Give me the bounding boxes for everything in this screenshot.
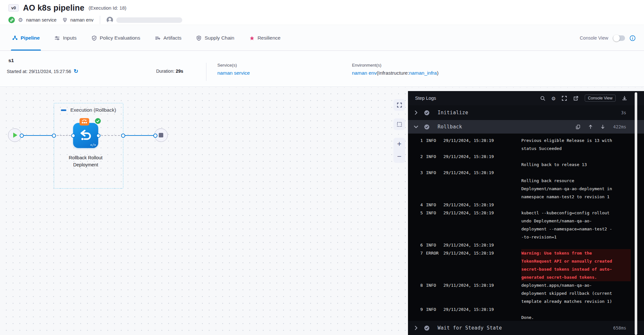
log-section-rollback[interactable]: Rollback 422ms <box>408 120 644 134</box>
duration-value: 29s <box>176 69 183 74</box>
log-level: INFO <box>426 305 441 313</box>
log-section-initialize[interactable]: Initialize 3s <box>408 105 644 120</box>
log-timestamp: 29/11/2024, 15:28:19 <box>443 136 519 144</box>
log-level: INFO <box>426 201 441 209</box>
header-divider <box>100 16 100 24</box>
log-message: Previous eligible Release is 13 with sta… <box>521 136 631 153</box>
zoom-in-button[interactable]: + <box>393 138 405 150</box>
download-logs-icon[interactable] <box>622 96 627 101</box>
scroll-top-icon[interactable] <box>589 125 592 129</box>
log-fullscreen-icon[interactable] <box>562 96 567 101</box>
step-node-rollback-rollout-deployment[interactable]: </> <box>73 123 98 148</box>
tab-pipeline[interactable]: Pipeline <box>12 25 40 51</box>
tab-artifacts-label: Artifacts <box>163 35 181 41</box>
chevron-right-icon[interactable] <box>411 326 421 330</box>
selection-mode-button[interactable] <box>393 118 405 130</box>
environments-label: Environment(s) <box>352 63 439 68</box>
log-timestamp: 29/11/2024, 15:28:19 <box>443 153 519 161</box>
log-timestamp: 29/11/2024, 15:28:19 <box>443 281 519 289</box>
stage-group-title: Execution (Rollback) <box>70 107 116 113</box>
duration: Duration: 29s <box>156 69 183 74</box>
success-check-icon <box>421 325 432 331</box>
log-line: 9INFO29/11/2024, 15:28:19 Done. <box>418 305 644 321</box>
resilience-icon <box>249 35 255 41</box>
log-line-number: 3 <box>418 169 423 177</box>
stagebar-divider <box>206 63 206 81</box>
log-message: deployment.apps/naman-qa-ao- deployment … <box>521 281 631 305</box>
log-line: 8INFO29/11/2024, 15:28:19deployment.apps… <box>418 281 644 305</box>
section-name: Initialize <box>438 110 468 116</box>
log-panel-header: Step Logs ⚙ Console View <box>408 91 644 105</box>
tab-supply-chain[interactable]: Supply Chain <box>196 25 234 51</box>
log-settings-icon[interactable]: ⚙ <box>552 95 555 101</box>
section-duration: 658ms <box>613 325 626 330</box>
service-link[interactable]: naman service <box>217 70 250 76</box>
log-line: 6INFO29/11/2024, 15:28:19 <box>418 241 644 249</box>
open-in-new-tab-icon[interactable] <box>573 96 579 101</box>
tab-resilience[interactable]: Resilience <box>249 25 281 51</box>
artifacts-icon <box>155 35 160 41</box>
chevron-right-icon[interactable] <box>411 110 421 115</box>
log-line: 5INFO29/11/2024, 15:28:19kubectl --kubec… <box>418 209 644 241</box>
environment-icon <box>62 17 67 23</box>
log-scrollbar[interactable] <box>635 92 637 335</box>
log-line-number: 4 <box>418 201 423 209</box>
pipeline-icon <box>12 35 18 41</box>
log-level: INFO <box>426 281 441 289</box>
inputs-icon <box>54 35 60 41</box>
cd-module-icon <box>8 17 15 23</box>
scroll-bottom-icon[interactable] <box>601 125 605 129</box>
tab-bar: Pipeline Inputs Policy Evaluations Artif… <box>0 25 644 51</box>
log-line-number: 7 <box>418 249 423 257</box>
section-name: Rollback <box>438 124 462 130</box>
tab-supply-chain-label: Supply Chain <box>204 35 234 41</box>
log-line: 1INFO29/11/2024, 15:28:19Previous eligib… <box>418 136 644 153</box>
info-icon[interactable] <box>630 35 636 41</box>
log-message: Rolling back resource Deployment/naman-q… <box>521 169 631 201</box>
log-level: INFO <box>426 136 441 144</box>
environment-link[interactable]: naman env <box>352 70 377 76</box>
log-message: Warning: Use tokens from the TokenReques… <box>521 249 631 281</box>
supply-chain-icon <box>196 35 202 41</box>
log-line: 4INFO29/11/2024, 15:28:19 <box>418 201 644 209</box>
log-section-wait-for-steady-state[interactable]: Wait for Steady State 658ms <box>408 321 644 335</box>
log-level: INFO <box>426 241 441 249</box>
infra-close-paren: ) <box>437 70 439 76</box>
fit-to-screen-button[interactable] <box>393 99 405 111</box>
policy-shield-icon <box>91 35 97 41</box>
tab-inputs[interactable]: Inputs <box>54 25 76 51</box>
connector-port <box>96 134 100 138</box>
copy-logs-icon[interactable] <box>576 125 580 129</box>
pipeline-title: AO k8s pipeline <box>23 3 84 13</box>
log-line-number: 1 <box>418 136 423 144</box>
log-output[interactable]: 1INFO29/11/2024, 15:28:19Previous eligib… <box>408 134 644 321</box>
edge-stage-to-end <box>123 135 156 136</box>
step-node-label: Rollback Rollout Deployment <box>60 154 111 169</box>
log-timestamp: 29/11/2024, 15:28:19 <box>443 201 519 209</box>
log-message: Rolling back to release 13 <box>521 153 631 169</box>
tab-artifacts[interactable]: Artifacts <box>155 25 181 51</box>
header-service-name[interactable]: naman service <box>26 17 56 23</box>
log-console-view-button[interactable]: Console View <box>585 95 616 102</box>
toggle-knob <box>613 35 620 42</box>
log-search-icon[interactable] <box>540 96 545 101</box>
connector-port <box>20 134 24 138</box>
tab-resilience-label: Resilience <box>258 35 281 41</box>
log-level: INFO <box>426 169 441 177</box>
zoom-out-button[interactable]: − <box>393 150 405 163</box>
connector-port <box>52 134 56 138</box>
log-timestamp: 29/11/2024, 15:28:19 <box>443 169 519 177</box>
execution-history-icon[interactable]: ↻ <box>74 69 78 74</box>
connector-port <box>71 134 75 138</box>
console-view-label: Console View <box>580 35 608 41</box>
header-environment-name[interactable]: naman env <box>71 17 94 23</box>
connector-port <box>153 134 157 138</box>
chevron-down-icon[interactable] <box>411 125 421 128</box>
infrastructure-link[interactable]: naman_infra <box>409 70 437 76</box>
collapse-stage-button[interactable] <box>61 109 66 111</box>
console-view-toggle[interactable] <box>613 35 625 41</box>
tab-policy-evaluations[interactable]: Policy Evaluations <box>91 25 140 51</box>
rollback-arrow-icon <box>78 128 93 143</box>
section-duration: 422ms <box>613 124 626 129</box>
success-check-icon <box>421 110 432 116</box>
